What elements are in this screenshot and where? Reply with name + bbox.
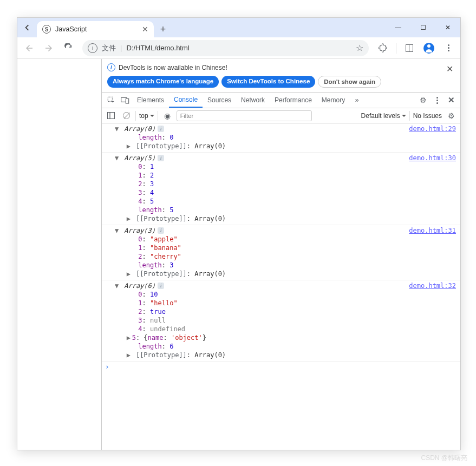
new-tab-button[interactable]: + — [154, 21, 172, 37]
titlebar: S JavaScript ✕ + — ☐ ✕ — [17, 18, 460, 37]
profile-button[interactable] — [420, 40, 438, 57]
log-header[interactable]: ▼ Array(5)i — [115, 154, 458, 162]
tab-close-button[interactable]: ✕ — [142, 25, 148, 34]
expand-arrow-icon[interactable]: ▼ — [115, 226, 120, 235]
devtools-tab-console[interactable]: Console — [169, 93, 203, 108]
source-link[interactable]: demo.html:30 — [409, 154, 456, 162]
log-property[interactable]: 4: 5 — [115, 197, 458, 206]
expand-arrow-icon[interactable]: ▼ — [115, 281, 120, 290]
log-property[interactable]: 0: 1 — [115, 162, 458, 171]
maximize-button[interactable]: ☐ — [410, 18, 435, 37]
log-property[interactable]: 1: "banana" — [115, 244, 458, 252]
page-viewport — [17, 59, 102, 450]
expand-arrow-icon[interactable]: ▶ — [127, 351, 132, 359]
log-header[interactable]: ▼ Array(6)i — [115, 281, 458, 290]
log-property[interactable]: 2: 3 — [115, 180, 458, 188]
content-area: i DevTools is now available in Chinese! … — [17, 59, 460, 450]
user-icon — [423, 43, 434, 54]
infobar-close-button[interactable]: ✕ — [444, 63, 455, 74]
source-link[interactable]: demo.html:32 — [409, 281, 456, 290]
log-property[interactable]: 3: null — [115, 316, 458, 325]
log-property[interactable]: 2: "cherry" — [115, 252, 458, 261]
filter-input[interactable] — [177, 110, 312, 121]
live-expression-button[interactable]: ◉ — [161, 111, 173, 120]
expand-arrow-icon[interactable]: ▶ — [127, 214, 132, 223]
info-badge-icon[interactable]: i — [158, 155, 164, 161]
always-match-language-button[interactable]: Always match Chrome's language — [107, 76, 219, 88]
file-scheme-label: 文件 — [102, 43, 116, 53]
log-prototype[interactable]: ▶ [[Prototype]]: Array(0) — [115, 142, 458, 150]
address-bar[interactable]: i 文件 | D:/HTML/demo.html ☆ — [82, 40, 369, 56]
toggle-sidebar-button[interactable] — [105, 112, 117, 119]
more-tabs-button[interactable]: » — [350, 96, 364, 104]
url-text: D:/HTML/demo.html — [126, 44, 351, 52]
dont-show-again-button[interactable]: Don't show again — [318, 76, 381, 88]
expand-arrow-icon[interactable]: ▶ — [127, 270, 132, 278]
source-link[interactable]: demo.html:31 — [409, 226, 456, 235]
bookmark-star-icon[interactable]: ☆ — [356, 43, 363, 53]
menu-dots-icon — [448, 44, 449, 51]
log-prototype[interactable]: ▶ [[Prototype]]: Array(0) — [115, 351, 458, 359]
log-length: length: 3 — [115, 261, 458, 270]
window-close-button[interactable]: ✕ — [435, 18, 460, 37]
devtools-tab-performance[interactable]: Performance — [270, 93, 317, 108]
devtools-menu-button[interactable] — [430, 97, 444, 104]
expand-arrow-icon[interactable]: ▼ — [115, 124, 120, 133]
infobar-message: DevTools is now available in Chinese! — [119, 64, 227, 71]
issues-label: No Issues — [413, 112, 442, 120]
devtools-tab-elements[interactable]: Elements — [132, 93, 169, 108]
inspect-element-button[interactable] — [104, 96, 118, 104]
console-prompt[interactable]: › — [102, 362, 460, 372]
tab-search-button[interactable] — [17, 18, 37, 37]
devtools-close-button[interactable]: ✕ — [444, 95, 458, 105]
console-log-entry: demo.html:31▼ Array(3)i 0: "apple" 1: "b… — [102, 225, 460, 280]
log-property[interactable]: 4: undefined — [115, 325, 458, 333]
context-selector[interactable]: top — [139, 112, 154, 120]
info-badge-icon[interactable]: i — [158, 126, 164, 132]
back-button[interactable] — [21, 40, 38, 57]
expand-arrow-icon[interactable]: ▶ — [127, 333, 132, 342]
log-property[interactable]: 3: 4 — [115, 188, 458, 197]
chrome-menu-button[interactable] — [440, 40, 457, 57]
svg-rect-2 — [126, 99, 128, 103]
console-log-entry: demo.html:30▼ Array(5)i 0: 1 1: 2 2: 3 3… — [102, 153, 460, 225]
menu-dots-icon — [436, 97, 438, 104]
log-header[interactable]: ▼ Array(0)i — [115, 124, 458, 133]
side-panel-button[interactable] — [401, 40, 418, 57]
log-header[interactable]: ▼ Array(3)i — [115, 226, 458, 235]
device-toolbar-button[interactable] — [118, 96, 132, 104]
console-settings-button[interactable]: ⚙ — [445, 111, 457, 120]
log-levels-selector[interactable]: Default levels — [361, 112, 406, 120]
devtools-settings-button[interactable]: ⚙ — [416, 96, 430, 104]
devtools-tab-sources[interactable]: Sources — [203, 93, 236, 108]
log-length: length: 5 — [115, 206, 458, 214]
info-badge-icon[interactable]: i — [158, 227, 164, 234]
minimize-button[interactable]: — — [386, 18, 410, 37]
log-property[interactable]: 2: true — [115, 307, 458, 316]
toolbar: i 文件 | D:/HTML/demo.html ☆ — [17, 37, 460, 59]
source-link[interactable]: demo.html:29 — [409, 124, 456, 133]
console-output[interactable]: demo.html:29▼ Array(0)i length: 0 ▶ [[Pr… — [102, 123, 460, 450]
switch-to-chinese-button[interactable]: Switch DevTools to Chinese — [221, 76, 315, 88]
browser-tab[interactable]: S JavaScript ✕ — [37, 21, 154, 37]
log-property[interactable]: 1: "hello" — [115, 299, 458, 307]
info-icon[interactable]: i — [88, 43, 97, 53]
info-badge-icon[interactable]: i — [158, 283, 164, 289]
extensions-button[interactable] — [374, 40, 392, 57]
devtools-tab-network[interactable]: Network — [236, 93, 270, 108]
log-property[interactable]: 0: 10 — [115, 290, 458, 299]
watermark: CSDN @韩曙亮 — [421, 454, 467, 463]
forward-button[interactable] — [40, 40, 57, 57]
log-prototype[interactable]: ▶ [[Prototype]]: Array(0) — [115, 214, 458, 223]
devtools-tabstrip: ElementsConsoleSourcesNetworkPerformance… — [102, 93, 460, 108]
log-property[interactable]: ▶5: {name: 'object'} — [115, 333, 458, 342]
reload-button[interactable] — [60, 40, 77, 57]
expand-arrow-icon[interactable]: ▶ — [127, 142, 132, 150]
panel-icon — [406, 44, 413, 52]
clear-console-button[interactable] — [120, 112, 132, 119]
log-property[interactable]: 1: 2 — [115, 171, 458, 180]
expand-arrow-icon[interactable]: ▼ — [115, 154, 120, 162]
log-property[interactable]: 0: "apple" — [115, 235, 458, 244]
devtools-tab-memory[interactable]: Memory — [317, 93, 350, 108]
log-prototype[interactable]: ▶ [[Prototype]]: Array(0) — [115, 270, 458, 278]
